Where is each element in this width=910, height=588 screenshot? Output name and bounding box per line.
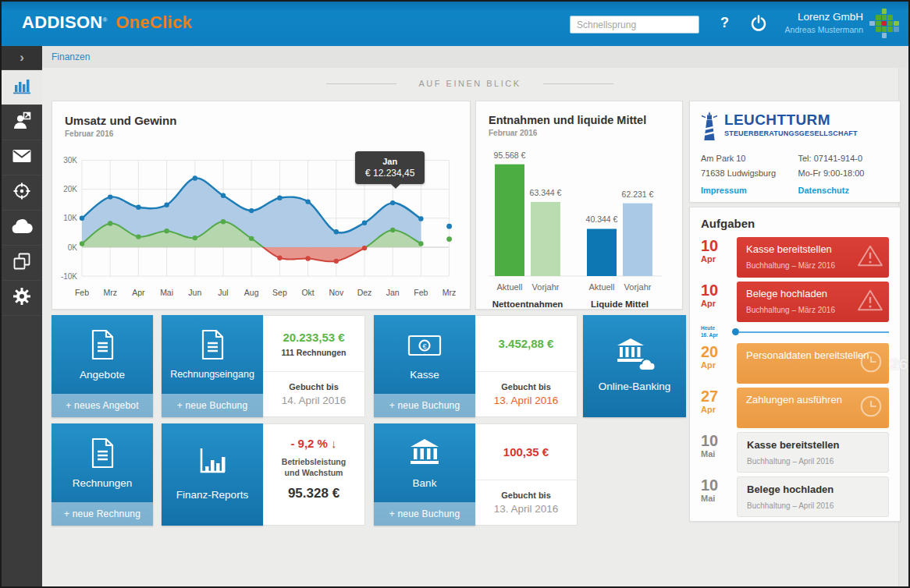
svg-text:-10K: -10K: [61, 272, 77, 281]
new-buchung-button[interactable]: + neue Buchung: [374, 502, 475, 526]
tile-online-banking[interactable]: Online-Banking: [583, 315, 686, 417]
booked-label: Gebucht bis: [501, 382, 551, 391]
company-name: Lorenz GmbH: [785, 11, 863, 23]
firm-phone: Tel: 07141-914-0: [798, 152, 890, 165]
document-icon: [162, 328, 263, 362]
report-chart-icon: [162, 445, 263, 476]
tile-rechnungseingang[interactable]: Rechnungseingang + neue Buchung: [162, 315, 263, 417]
svg-text:62.231 €: 62.231 €: [622, 190, 654, 199]
tile-kasse[interactable]: € Kasse + neue Buchung: [374, 315, 475, 417]
svg-text:Aug: Aug: [244, 288, 259, 297]
svg-text:Apr: Apr: [132, 288, 145, 297]
svg-text:30K: 30K: [63, 156, 77, 165]
svg-text:Mrz: Mrz: [103, 288, 117, 297]
svg-text:Vorjahr: Vorjahr: [624, 282, 652, 292]
addison-oneclick-app: ADDISON® OneClick ? Lorenz GmbH Andreas …: [0, 0, 910, 588]
task-card-future[interactable]: Belege hochladen Buchhaltung – April 201…: [737, 476, 889, 517]
sidebar-item-contacts[interactable]: [2, 105, 42, 140]
sidebar-item-documents[interactable]: [2, 246, 42, 281]
logout-icon[interactable]: [749, 14, 768, 36]
tile-bank[interactable]: Bank + neue Buchung: [374, 423, 475, 526]
new-angebot-button[interactable]: + neues Angebot: [52, 394, 153, 417]
task-subtitle: Buchhaltung – April 2016: [747, 457, 879, 466]
svg-text:Jan: Jan: [386, 288, 400, 297]
breadcrumb[interactable]: Finanzen: [52, 46, 90, 68]
new-buchung-button[interactable]: + neue Buchung: [374, 394, 475, 417]
svg-text:40.344 €: 40.344 €: [586, 214, 618, 224]
account-info[interactable]: Lorenz GmbH Andreas Mustermann: [785, 11, 863, 34]
bar-chart-icon: [12, 77, 31, 97]
person-share-icon: [12, 112, 31, 133]
breadcrumb-bar: Finanzen: [2, 46, 908, 69]
tile-label: Kasse: [374, 369, 475, 381]
task-row: 10 Apr Belege hochladen Buchhaltung – Mä…: [701, 282, 889, 322]
gear-icon: [12, 287, 31, 309]
tiles-row-2: Rechnungen + neue Rechnung Finanz-Report…: [52, 423, 578, 526]
chart-title: Umsatz und Gewinn: [65, 114, 470, 127]
svg-text:95.568 €: 95.568 €: [494, 151, 526, 160]
search-input[interactable]: [570, 16, 699, 34]
tile-label: Online-Banking: [583, 381, 686, 392]
tile-angebote[interactable]: Angebote + neues Angebot: [52, 315, 153, 417]
task-month: Apr: [701, 299, 737, 308]
envelope-icon: [12, 148, 32, 167]
task-card-upcoming[interactable]: Personaldaten bereitstellen: [737, 343, 889, 384]
trend-value: - 9,2 % ↓: [290, 437, 336, 450]
task-day: 10: [701, 282, 737, 298]
task-subtitle: Buchhaltung – April 2016: [747, 501, 879, 510]
svg-text:Feb: Feb: [414, 288, 428, 297]
umsatz-gewinn-card: Umsatz und Gewinn Februar 2016 30K20K10K…: [52, 101, 471, 310]
svg-text:20K: 20K: [63, 185, 77, 193]
cloud-icon: [11, 218, 33, 237]
chart-tooltip: Jan € 12.234,45: [355, 151, 425, 184]
lighthouse-icon: [701, 112, 718, 144]
tiles-row-1: Angebote + neues Angebot Rechnungseingan…: [52, 315, 686, 417]
task-day: 20: [701, 344, 737, 360]
task-day: 10: [701, 433, 737, 448]
warning-icon: [857, 244, 883, 271]
new-rechnung-button[interactable]: + neue Rechnung: [52, 502, 153, 526]
today-date: 16. Apr: [701, 332, 732, 338]
brand-primary: ADDISON: [22, 12, 103, 32]
sidebar-expand-button[interactable]: ›: [2, 46, 42, 70]
sidebar-item-cloud[interactable]: [2, 211, 42, 246]
tile-finanz-reports[interactable]: Finanz-Reports: [162, 423, 263, 526]
tasks-title: Aufgaben: [701, 217, 889, 230]
tasks-card: Aufgaben 10 Apr Kasse bereitstellen Buch…: [689, 207, 901, 522]
sidebar-item-mail[interactable]: [2, 140, 42, 175]
help-button[interactable]: ?: [720, 15, 729, 31]
impressum-link[interactable]: Impressum: [701, 186, 792, 195]
task-card-upcoming[interactable]: Zahlungen ausführen: [737, 388, 889, 428]
firm-address-line1: Am Park 10: [701, 152, 792, 165]
booked-date: 14. April 2016: [282, 395, 347, 406]
task-card-future[interactable]: Kasse bereitstellen Buchhaltung – April …: [737, 432, 889, 473]
trend-down-icon: ↓: [331, 437, 337, 450]
tile-label: Rechnungen: [52, 477, 153, 489]
svg-text:Jun: Jun: [188, 288, 201, 297]
copy-icon: [12, 252, 31, 274]
tax-firm-card: LEUCHTTURM STEUERBERATUNGSGESELLSCHAFT A…: [689, 101, 901, 203]
registered-mark: ®: [103, 16, 108, 23]
chart-subtitle: Februar 2016: [489, 129, 682, 137]
task-day: 27: [701, 388, 737, 404]
entnahmen-chart[interactable]: 95.568 €Aktuell63.344 €Vorjahr40.344 €Ak…: [482, 142, 674, 317]
sidebar-item-target[interactable]: [2, 175, 42, 211]
invoice-count: 111 Rechnungen: [282, 348, 347, 357]
sidebar-item-dashboard[interactable]: [2, 70, 42, 105]
svg-text:Mai: Mai: [160, 288, 173, 297]
amount-value: 3.452,88 €: [499, 337, 554, 350]
bank-info-panel: 100,35 € Gebucht bis 13. April 2016: [475, 423, 578, 526]
tile-rechnungen[interactable]: Rechnungen + neue Rechnung: [52, 423, 153, 526]
task-month: Apr: [701, 254, 737, 264]
task-card-overdue[interactable]: Belege hochladen Buchhaltung – März 2016: [737, 282, 889, 322]
svg-text:0K: 0K: [68, 243, 78, 252]
datenschutz-link[interactable]: Datenschutz: [798, 186, 890, 195]
svg-text:Vorjahr: Vorjahr: [532, 282, 560, 292]
rechnungseingang-info-panel: 20.233,53 € 111 Rechnungen Gebucht bis 1…: [263, 315, 365, 417]
svg-text:Okt: Okt: [301, 288, 314, 297]
task-card-overdue[interactable]: Kasse bereitstellen Buchhaltung – März 2…: [737, 237, 889, 278]
sidebar-item-settings[interactable]: [2, 281, 42, 316]
new-buchung-button[interactable]: + neue Buchung: [162, 394, 263, 417]
amount-value: 20.233,53 €: [283, 331, 344, 344]
today-label: Heute: [701, 325, 732, 331]
